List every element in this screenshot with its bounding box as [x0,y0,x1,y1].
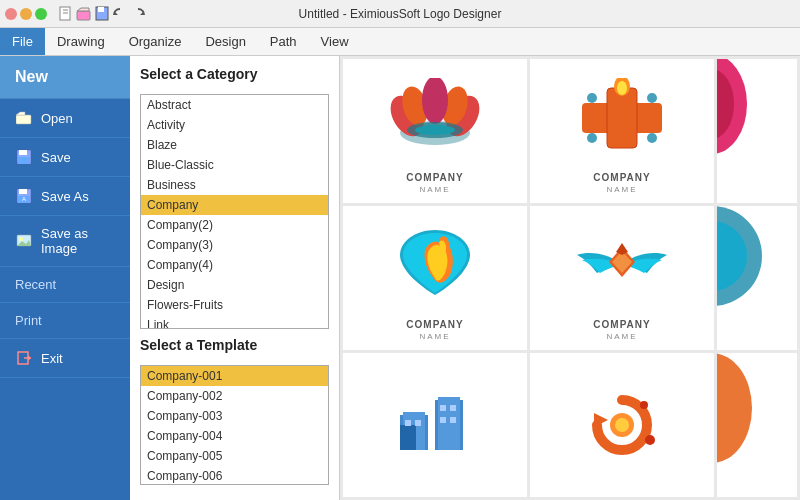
svg-rect-33 [582,103,662,133]
toolbar-icons [5,6,146,22]
logo-name-subtext2: NAME [606,185,637,194]
sidebar-print[interactable]: Print [0,303,130,339]
list-item[interactable]: Business [141,175,328,195]
logo-card-lotus[interactable]: COMPANY NAME [343,59,527,203]
list-item[interactable]: Company-005 [141,446,328,466]
logo-image-cross [530,68,714,169]
sidebar-recent[interactable]: Recent [0,267,130,303]
svg-rect-6 [98,7,104,12]
menu-bar: File Drawing Organize Design Path View [0,28,800,56]
list-item[interactable]: Company-004 [141,426,328,446]
list-item[interactable]: Company(3) [141,235,328,255]
window-max[interactable] [35,8,47,20]
svg-point-29 [422,78,448,124]
sidebar-save-as[interactable]: A Save As [0,177,130,216]
svg-rect-54 [415,420,421,426]
menu-organize[interactable]: Organize [117,28,194,55]
list-item[interactable]: Link [141,315,328,329]
svg-rect-56 [450,405,456,411]
logo-card-dropflame[interactable]: COMPANY NAME [343,206,527,350]
logo-name-subtext: NAME [419,185,450,194]
template-title: Select a Template [140,337,329,353]
svg-rect-58 [450,417,456,423]
list-item[interactable]: Blaze [141,135,328,155]
svg-point-40 [647,133,657,143]
svg-marker-4 [77,8,89,11]
svg-point-39 [587,133,597,143]
open-icon[interactable] [76,6,92,22]
svg-rect-51 [438,397,460,450]
list-item[interactable]: Design [141,275,328,295]
menu-file[interactable]: File [0,28,45,55]
list-item[interactable]: Activity [141,115,328,135]
svg-marker-7 [114,11,118,15]
list-item[interactable]: Company(2) [141,215,328,235]
save-image-icon [15,232,33,250]
logo-company-text2: COMPANY [593,168,650,185]
window-min[interactable] [20,8,32,20]
list-item[interactable]: Blue-Classic [141,155,328,175]
sidebar-exit[interactable]: Exit [0,339,130,378]
sidebar-new[interactable]: New [0,56,130,99]
center-panel: Select a Category Abstract Activity Blaz… [130,56,340,500]
menu-design[interactable]: Design [193,28,257,55]
logo-card-partial3[interactable] [717,353,797,497]
undo-icon[interactable] [112,6,128,22]
svg-rect-57 [440,417,446,423]
sidebar: New Open Save A Save As Save as Image [0,56,130,500]
list-item-company001[interactable]: Company-001 [141,366,328,386]
sidebar-save[interactable]: Save [0,138,130,177]
logo-image-wings [530,215,714,316]
svg-point-61 [615,418,629,432]
svg-text:A: A [22,196,26,202]
main-layout: New Open Save A Save As Save as Image [0,56,800,500]
sidebar-save-image[interactable]: Save as Image [0,216,130,267]
logo-partial-img1 [717,59,797,182]
svg-rect-15 [19,189,27,194]
logo-card-partial2[interactable] [717,206,797,350]
open-folder-icon [15,109,33,127]
list-item[interactable]: Abstract [141,95,328,115]
list-item[interactable]: Company-006 [141,466,328,485]
svg-point-64 [717,353,752,463]
logo-grid: COMPANY NAME [340,56,800,500]
logo-company-text3: COMPANY [406,315,463,332]
svg-point-38 [647,93,657,103]
svg-point-63 [645,435,655,445]
logo-card-building[interactable] [343,353,527,497]
svg-rect-55 [440,405,446,411]
logo-name-subtext4: NAME [606,332,637,341]
svg-rect-3 [77,11,90,20]
menu-drawing[interactable]: Drawing [45,28,117,55]
list-item-company[interactable]: Company [141,195,328,215]
svg-point-36 [617,81,627,95]
category-title: Select a Category [140,66,329,82]
save-icon-toolbar[interactable] [94,6,110,22]
category-list[interactable]: Abstract Activity Blaze Blue-Classic Bus… [140,94,329,329]
svg-rect-13 [18,157,30,164]
exit-icon [15,349,33,367]
new-doc-icon[interactable] [58,6,74,22]
sidebar-open[interactable]: Open [0,99,130,138]
save-disk-icon [15,148,33,166]
list-item[interactable]: Flowers-Fruits [141,295,328,315]
logo-card-partial1[interactable] [717,59,797,203]
logo-name-subtext3: NAME [419,332,450,341]
list-item[interactable]: Company-002 [141,386,328,406]
logo-partial-img3 [717,353,797,476]
logo-card-wings[interactable]: COMPANY NAME [530,206,714,350]
menu-view[interactable]: View [309,28,361,55]
redo-icon[interactable] [130,6,146,22]
menu-path[interactable]: Path [258,28,309,55]
svg-rect-9 [16,115,31,124]
template-list[interactable]: Company-001 Company-002 Company-003 Comp… [140,365,329,485]
svg-marker-23 [28,355,31,361]
svg-marker-10 [16,112,25,115]
window-close[interactable] [5,8,17,20]
svg-rect-52 [400,425,416,450]
list-item[interactable]: Company(4) [141,255,328,275]
svg-point-19 [19,237,23,241]
list-item[interactable]: Company-003 [141,406,328,426]
logo-card-cross[interactable]: COMPANY NAME [530,59,714,203]
logo-card-arrow-circle[interactable] [530,353,714,497]
